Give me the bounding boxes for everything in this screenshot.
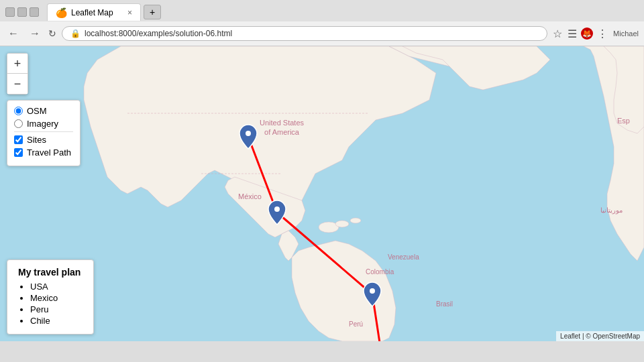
browser-tab[interactable]: 🍊 Leaflet Map ×	[47, 3, 141, 21]
map-attribution: Leaflet | © OpenStreetMap	[556, 331, 644, 341]
svg-point-18	[274, 206, 280, 212]
osm-label[interactable]: OSM	[27, 106, 47, 116]
svg-point-2	[335, 221, 349, 227]
user-label: Michael	[613, 29, 639, 38]
zoom-out-button[interactable]: −	[7, 74, 28, 94]
url-text: localhost:8000/examples/solution-06.html	[85, 29, 232, 38]
tab-favicon: 🍊	[56, 7, 67, 18]
svg-text:Colombia: Colombia	[366, 268, 394, 276]
svg-text:México: México	[238, 192, 262, 200]
firefox-icon: 🦊	[581, 27, 593, 40]
zoom-in-button[interactable]: +	[7, 54, 28, 74]
window-controls	[5, 7, 39, 17]
win-close-btn[interactable]	[5, 7, 15, 17]
tab-bar: 🍊 Leaflet Map × +	[0, 0, 644, 21]
svg-text:of America: of America	[264, 128, 300, 136]
win-max-btn[interactable]	[30, 7, 39, 17]
sites-layer-item[interactable]: Sites	[14, 135, 73, 145]
list-item-chile: Chile	[30, 316, 83, 326]
svg-text:United States: United States	[260, 119, 305, 127]
svg-point-19	[370, 288, 375, 294]
osm-radio[interactable]	[14, 107, 23, 115]
url-lock-icon: 🔒	[70, 29, 80, 38]
browser-chrome: 🍊 Leaflet Map × + ← → ↻ 🔒 localhost:8000…	[0, 0, 644, 46]
sites-checkbox[interactable]	[14, 135, 23, 144]
travel-plan-title: My travel plan	[18, 267, 83, 278]
travel-plan-box: My travel plan USA Mexico Peru Chile	[7, 259, 94, 335]
browser-actions: ☰ 🦊 ⋮	[568, 27, 608, 40]
map-background: United States of America México Venezuel…	[0, 46, 644, 341]
refresh-button[interactable]: ↻	[48, 28, 56, 39]
page-menu-button[interactable]: ☰	[568, 27, 577, 40]
travel-path-layer-item[interactable]: Travel Path	[14, 147, 73, 158]
win-min-btn[interactable]	[17, 7, 27, 17]
svg-point-3	[350, 218, 361, 223]
layer-divider	[14, 131, 73, 132]
osm-layer-item[interactable]: OSM	[14, 106, 73, 116]
list-item-usa: USA	[30, 282, 83, 292]
travel-path-checkbox[interactable]	[14, 148, 23, 157]
main-menu-button[interactable]: ⋮	[597, 27, 608, 40]
svg-point-17	[246, 131, 251, 136]
travel-plan-list: USA Mexico Peru Chile	[18, 282, 83, 326]
map-container[interactable]: United States of America México Venezuel…	[0, 46, 644, 341]
new-tab-button[interactable]: +	[144, 5, 161, 19]
sites-label[interactable]: Sites	[27, 135, 46, 145]
imagery-radio[interactable]	[14, 119, 23, 128]
svg-text:Perú: Perú	[349, 320, 363, 328]
forward-button[interactable]: →	[27, 26, 43, 41]
tab-title: Leaflet Map	[71, 8, 113, 17]
layer-control: OSM Imagery Sites Travel Path	[7, 100, 80, 166]
address-bar: ← → ↻ 🔒 localhost:8000/examples/solution…	[0, 21, 644, 46]
back-button[interactable]: ←	[5, 26, 21, 41]
tab-close-btn[interactable]: ×	[127, 8, 132, 17]
travel-path-label[interactable]: Travel Path	[27, 147, 71, 158]
list-item-peru: Peru	[30, 304, 83, 314]
imagery-layer-item[interactable]: Imagery	[14, 119, 73, 129]
bookmark-button[interactable]: ☆	[553, 27, 562, 40]
list-item-mexico: Mexico	[30, 293, 83, 303]
svg-text:Venezuela: Venezuela	[388, 253, 419, 261]
svg-text:Esp: Esp	[617, 117, 630, 125]
url-bar[interactable]: 🔒 localhost:8000/examples/solution-06.ht…	[62, 26, 547, 41]
zoom-controls: + −	[7, 53, 28, 95]
imagery-label[interactable]: Imagery	[27, 119, 58, 129]
svg-text:Brasil: Brasil	[436, 300, 453, 308]
svg-text:موريتانيا: موريتانيا	[600, 206, 623, 215]
